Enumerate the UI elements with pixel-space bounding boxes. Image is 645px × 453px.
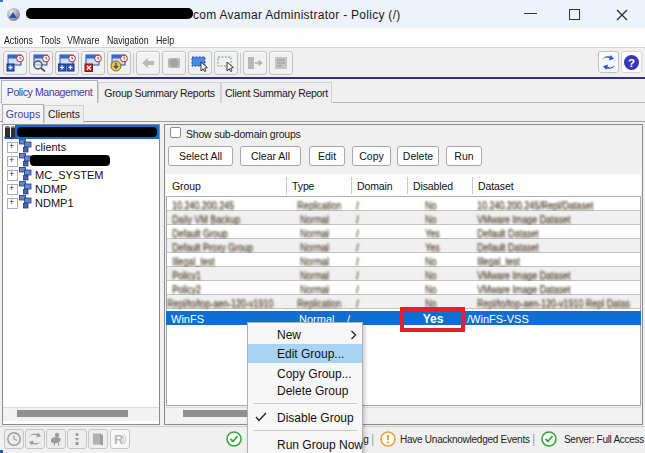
svg-text:?: ? [628,57,635,69]
svg-text:R: R [114,432,124,447]
